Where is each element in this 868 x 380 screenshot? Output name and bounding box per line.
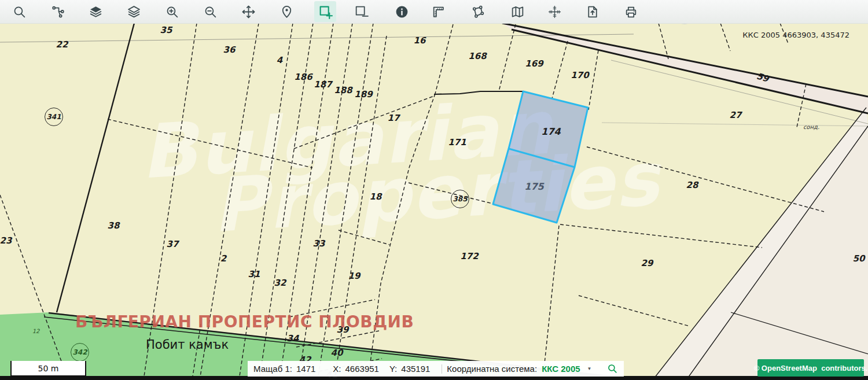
- parcel-label-36: 36: [223, 45, 236, 55]
- select-area-tool[interactable]: [314, 1, 336, 22]
- pan-icon: [241, 5, 256, 19]
- circled-parcel-label-385: 385: [451, 190, 469, 208]
- osm-attribution[interactable]: © OpenStreetMap contributors.: [757, 359, 864, 377]
- parcel-label-187: 187: [314, 79, 332, 90]
- parcel-label-175: 175: [524, 181, 543, 192]
- search-icon: [607, 363, 618, 374]
- map-application: Bulgarian Properties: [0, 0, 868, 380]
- layers-outline-icon: [127, 5, 141, 19]
- osm-attribution-text: © OpenStreetMap contributors.: [754, 364, 868, 372]
- agency-watermark: БЪЛГЕРИАН ПРОПЕРТИС ПЛОВДИВ: [75, 312, 414, 331]
- parcel-label-171: 171: [448, 137, 466, 147]
- y-coordinate-label: Y:: [389, 364, 397, 374]
- parcel-label-12: 12: [32, 328, 40, 334]
- scale-bar: 50 m: [10, 361, 86, 377]
- route-tool[interactable]: [47, 1, 69, 22]
- selected-parcel-divider: [509, 149, 575, 167]
- map-scale-value[interactable]: 1471: [296, 364, 315, 374]
- selected-parcel-174-175[interactable]: [493, 91, 588, 223]
- deselect-area-icon: [354, 5, 369, 19]
- parcel-label-169: 169: [525, 58, 543, 69]
- export-tool[interactable]: [581, 1, 603, 22]
- status-bar: Мащаб 1: 1471 X: 4663951 Y: 435191 Коорд…: [248, 361, 624, 377]
- map-extent-tool[interactable]: [506, 1, 528, 22]
- parcel-label-186: 186: [294, 72, 312, 82]
- layers-filled-icon: [89, 5, 103, 19]
- parcel-label-38: 38: [108, 220, 120, 231]
- circled-parcel-label-341: 341: [45, 108, 63, 126]
- parcel-label-170: 170: [571, 70, 589, 80]
- parcel-label-37: 37: [167, 239, 179, 249]
- info-tool[interactable]: [391, 1, 413, 22]
- scale-bar-label: 50 m: [38, 364, 59, 373]
- pan-tool[interactable]: [237, 1, 259, 22]
- measure-area-tool[interactable]: [466, 1, 488, 22]
- parcel-label-27: 27: [730, 110, 742, 120]
- route-icon: [51, 5, 65, 19]
- map-note-label: сонд.: [803, 124, 819, 130]
- road-right: [653, 108, 868, 380]
- status-search-button[interactable]: [607, 363, 618, 374]
- parcel-label-172: 172: [460, 251, 478, 261]
- export-icon: [585, 5, 599, 19]
- parcel-label-17: 17: [388, 113, 400, 123]
- deselect-area-tool[interactable]: [350, 1, 372, 22]
- brand-watermark: Bulgarian Properties: [139, 85, 785, 297]
- parcel-label-50: 50: [853, 253, 865, 264]
- parcel-label-18: 18: [370, 191, 382, 202]
- crs-label: Координатна система:: [447, 364, 537, 374]
- parcel-label-32: 32: [274, 278, 286, 288]
- zoom-in-icon: [165, 5, 179, 19]
- zoom-in-tool[interactable]: [161, 1, 183, 22]
- map-scale-label: Мащаб 1:: [253, 364, 292, 374]
- locate-tool[interactable]: [275, 1, 297, 22]
- parcel-label-59: 59: [755, 71, 770, 84]
- map-bottom-border: [0, 376, 868, 380]
- measure-area-icon: [470, 5, 485, 19]
- parcel-label-35: 35: [160, 25, 172, 35]
- x-coordinate-label: X:: [333, 364, 341, 374]
- print-tool[interactable]: [620, 1, 642, 22]
- selected-parcels-highlight[interactable]: [493, 91, 588, 223]
- y-coordinate-value: 435191: [401, 364, 430, 374]
- parcel-label-4: 4: [277, 55, 282, 65]
- parcel-label-174: 174: [541, 126, 560, 137]
- x-coordinate-value: 4663951: [345, 364, 379, 374]
- select-area-icon: [318, 5, 333, 19]
- search-icon: [12, 5, 27, 19]
- measure-distance-tool[interactable]: [427, 1, 449, 22]
- parcel-label-23: 23: [0, 235, 12, 246]
- zoom-out-tool[interactable]: [199, 1, 221, 22]
- axes-icon: [547, 5, 562, 19]
- place-name-label: Побит камък: [146, 338, 229, 352]
- coordinates-tool[interactable]: [543, 1, 565, 22]
- measure-distance-icon: [431, 5, 446, 19]
- search-tool[interactable]: [8, 1, 30, 22]
- layer-stack-tool[interactable]: [123, 1, 145, 22]
- brand-watermark-line2: Properties: [211, 142, 781, 235]
- parcel-label-189: 189: [354, 89, 372, 99]
- crs-value[interactable]: ККС 2005: [542, 364, 580, 374]
- parcel-label-16: 16: [414, 35, 426, 46]
- chevron-down-icon[interactable]: ▼: [587, 366, 592, 371]
- toolbar: [0, 0, 868, 24]
- parcel-label-2: 2: [220, 253, 226, 264]
- folded-map-icon: [510, 5, 525, 19]
- location-pin-icon: [279, 5, 294, 19]
- zoom-out-icon: [203, 5, 218, 19]
- layers-tool[interactable]: [84, 1, 106, 22]
- parcel-label-33: 33: [313, 238, 325, 249]
- parcel-label-19: 19: [348, 271, 361, 281]
- parcel-label-22: 22: [56, 39, 68, 50]
- parcel-label-28: 28: [686, 180, 698, 190]
- print-icon: [624, 5, 638, 19]
- map-corner-coordinates: ККС 2005 4663903, 435472: [742, 31, 849, 39]
- brand-watermark-line1: Bulgarian: [139, 85, 778, 182]
- parcel-label-188: 188: [334, 85, 352, 95]
- parcel-label-31: 31: [248, 269, 260, 279]
- status-divider: [442, 364, 442, 374]
- parcel-label-40: 40: [331, 348, 343, 358]
- info-icon: [395, 5, 409, 19]
- circled-parcel-label-342: 342: [71, 343, 89, 361]
- parcel-label-34: 34: [287, 333, 299, 344]
